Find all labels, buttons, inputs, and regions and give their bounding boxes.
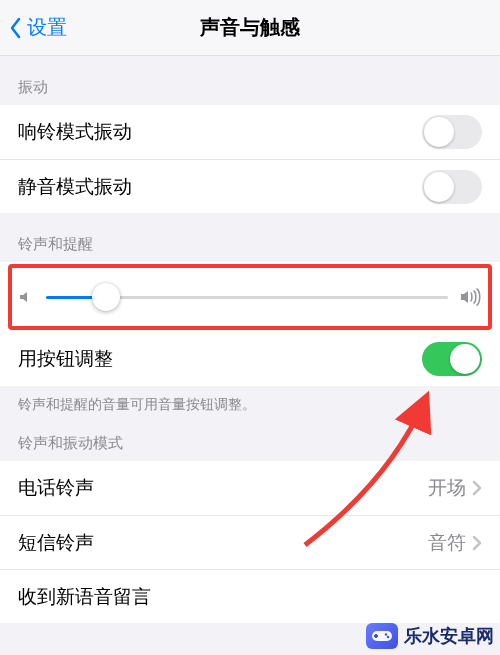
row-value: 开场 bbox=[428, 475, 466, 501]
chevron-right-icon bbox=[472, 535, 482, 551]
row-vibrate-on-silent[interactable]: 静音模式振动 bbox=[0, 159, 500, 213]
svg-point-3 bbox=[385, 633, 387, 635]
gamepad-icon bbox=[366, 623, 398, 649]
svg-rect-2 bbox=[374, 635, 378, 637]
row-vibrate-on-ring[interactable]: 响铃模式振动 bbox=[0, 105, 500, 159]
toggle-vibrate-on-ring[interactable] bbox=[422, 115, 482, 149]
section-footer-ringer: 铃声和提醒的音量可用音量按钮调整。 bbox=[0, 386, 500, 420]
volume-high-icon bbox=[460, 288, 482, 306]
back-label: 设置 bbox=[27, 14, 67, 41]
row-label: 用按钮调整 bbox=[18, 346, 422, 372]
row-change-with-buttons[interactable]: 用按钮调整 bbox=[0, 332, 500, 386]
back-button[interactable]: 设置 bbox=[0, 14, 67, 41]
volume-low-icon bbox=[18, 289, 34, 305]
chevron-left-icon bbox=[8, 16, 23, 40]
toggle-change-with-buttons[interactable] bbox=[422, 342, 482, 376]
row-voicemail[interactable]: 收到新语音留言 bbox=[0, 569, 500, 623]
chevron-right-icon bbox=[472, 480, 482, 496]
nav-bar: 设置 声音与触感 bbox=[0, 0, 500, 56]
ringer-volume-slider[interactable] bbox=[46, 282, 448, 312]
section-header-patterns: 铃声和振动模式 bbox=[0, 420, 500, 461]
svg-point-4 bbox=[387, 636, 389, 638]
section-header-ringer: 铃声和提醒 bbox=[0, 213, 500, 262]
watermark-text: 乐水安卓网 bbox=[404, 624, 494, 648]
row-label: 电话铃声 bbox=[18, 475, 428, 501]
row-texttone[interactable]: 短信铃声 音符 bbox=[0, 515, 500, 569]
row-value: 音符 bbox=[428, 530, 466, 556]
watermark: 乐水安卓网 bbox=[366, 623, 494, 649]
row-ringer-volume bbox=[0, 262, 500, 332]
row-label: 静音模式振动 bbox=[18, 174, 422, 200]
toggle-vibrate-on-silent[interactable] bbox=[422, 170, 482, 204]
page-title: 声音与触感 bbox=[200, 14, 300, 41]
row-label: 收到新语音留言 bbox=[18, 584, 476, 610]
row-label: 短信铃声 bbox=[18, 530, 428, 556]
section-header-vibration: 振动 bbox=[0, 56, 500, 105]
row-ringtone[interactable]: 电话铃声 开场 bbox=[0, 461, 500, 515]
row-label: 响铃模式振动 bbox=[18, 119, 422, 145]
